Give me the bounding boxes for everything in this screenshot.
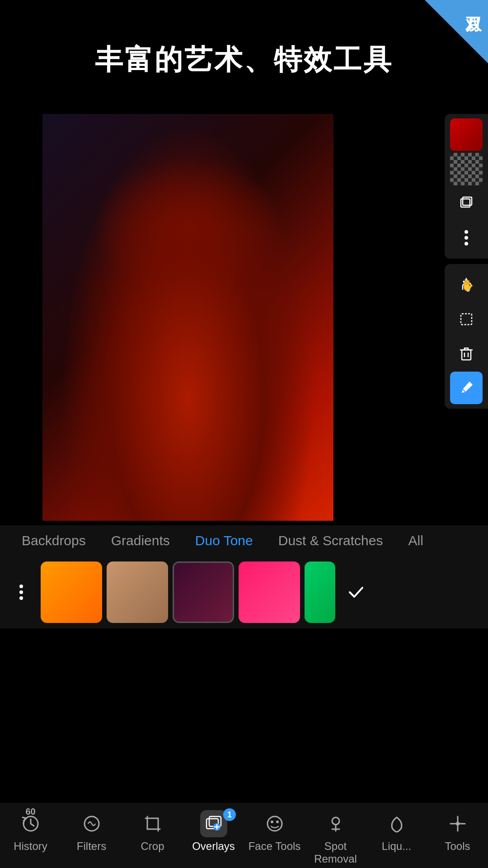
right-toolbar: ✋ bbox=[445, 114, 488, 409]
banner-text: 双月 bbox=[462, 0, 488, 4]
filters-label: Filters bbox=[77, 840, 106, 853]
bottom-nav: 60 History Filters bbox=[0, 803, 488, 868]
crop-label: Crop bbox=[141, 840, 164, 853]
toolbar-top-group bbox=[445, 114, 488, 259]
filters-icon bbox=[78, 810, 105, 837]
tab-backdrops[interactable]: Backdrops bbox=[9, 525, 99, 556]
nav-item-history[interactable]: 60 History bbox=[0, 810, 61, 853]
svg-point-14 bbox=[267, 816, 282, 831]
swatch-hot-pink[interactable] bbox=[239, 561, 300, 623]
liquify-label: Liqu... bbox=[382, 840, 411, 853]
eyedropper-button[interactable] bbox=[450, 372, 483, 404]
svg-point-20 bbox=[456, 822, 460, 826]
nav-item-overlays[interactable]: 1 Overlays bbox=[183, 810, 244, 853]
svg-point-15 bbox=[271, 821, 273, 823]
tools-icon bbox=[444, 810, 471, 837]
swatch-green[interactable] bbox=[305, 561, 335, 623]
nav-item-filters[interactable]: Filters bbox=[61, 810, 122, 853]
tools-label: Tools bbox=[445, 840, 470, 853]
svg-point-16 bbox=[276, 821, 279, 823]
layers-button[interactable] bbox=[450, 187, 483, 220]
checker-pattern-button[interactable] bbox=[450, 153, 483, 185]
svg-rect-3 bbox=[461, 314, 472, 325]
swatch-strip bbox=[0, 556, 488, 628]
tab-dust-scratches[interactable]: Dust & Scratches bbox=[266, 525, 396, 556]
tab-duo-tone[interactable]: Duo Tone bbox=[183, 525, 266, 556]
photo-red-overlay bbox=[42, 114, 333, 521]
hand-tool-button[interactable]: ✋ bbox=[450, 269, 483, 301]
swatch-confirm-button[interactable] bbox=[340, 561, 376, 623]
swatch-orange[interactable] bbox=[41, 561, 102, 623]
swatch-tan[interactable] bbox=[107, 561, 168, 623]
history-label: History bbox=[14, 840, 47, 853]
liquify-icon bbox=[383, 810, 410, 837]
nav-item-face-tools[interactable]: Face Tools bbox=[244, 810, 305, 853]
svg-rect-10 bbox=[147, 818, 158, 829]
spot-removal-icon bbox=[322, 810, 349, 837]
face-tools-label: Face Tools bbox=[249, 840, 301, 853]
tab-gradients[interactable]: Gradients bbox=[99, 525, 183, 556]
nav-item-spot-removal[interactable]: Spot Removal bbox=[305, 810, 366, 865]
tab-all[interactable]: All bbox=[395, 525, 436, 556]
selection-tool-button[interactable] bbox=[450, 303, 483, 335]
photo-canvas[interactable] bbox=[42, 114, 333, 521]
delete-button[interactable] bbox=[450, 337, 483, 370]
swatch-menu-button[interactable] bbox=[0, 561, 36, 623]
overlay-tabs-strip: Backdrops Gradients Duo Tone Dust & Scra… bbox=[0, 525, 488, 556]
toolbar-bottom-group: ✋ bbox=[445, 264, 488, 409]
svg-rect-4 bbox=[462, 350, 471, 360]
color-swatch-button[interactable] bbox=[450, 118, 483, 151]
more-options-button[interactable] bbox=[450, 222, 483, 254]
face-tools-icon bbox=[261, 810, 288, 837]
nav-item-liquify[interactable]: Liqu... bbox=[366, 810, 427, 853]
page-title: 丰富的艺术、特效工具 bbox=[0, 41, 488, 79]
nav-item-tools[interactable]: Tools bbox=[427, 810, 488, 853]
history-count-badge: 60 bbox=[25, 807, 35, 817]
svg-text:✋: ✋ bbox=[461, 278, 474, 292]
spot-removal-label: Spot Removal bbox=[305, 840, 366, 865]
overlays-label: Overlays bbox=[192, 840, 235, 853]
swatch-dark-red[interactable] bbox=[173, 561, 234, 623]
svg-point-17 bbox=[332, 817, 339, 825]
crop-icon bbox=[139, 810, 166, 837]
overlays-badge: 1 bbox=[223, 808, 236, 821]
nav-item-crop[interactable]: Crop bbox=[122, 810, 183, 853]
